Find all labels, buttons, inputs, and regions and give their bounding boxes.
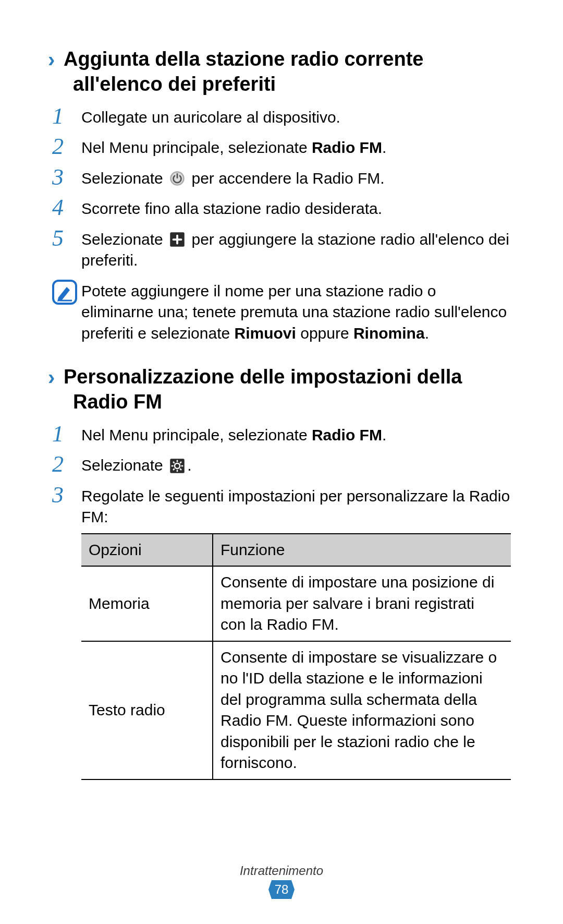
step: 3 Regolate le seguenti impostazioni per … bbox=[52, 483, 511, 780]
step: 5 Selezionate per aggiungere la stazione… bbox=[52, 226, 511, 271]
section2-heading-text: Personalizzazione delle impostazioni del… bbox=[64, 366, 462, 413]
page: ›Aggiunta della stazione radio corrente … bbox=[0, 0, 563, 924]
note-icon bbox=[52, 280, 81, 305]
plus-icon bbox=[169, 232, 185, 247]
step: 1 Nel Menu principale, selezionate Radio… bbox=[52, 422, 511, 447]
table-header-function: Funzione bbox=[213, 534, 511, 567]
power-icon bbox=[169, 171, 185, 186]
section1-heading-text: Aggiunta della stazione radio corrente a… bbox=[64, 48, 423, 95]
table-row: Testo radio Consente di impostare se vis… bbox=[81, 641, 511, 779]
step-number: 3 bbox=[52, 165, 81, 190]
step: 2 Nel Menu principale, selezionate Radio… bbox=[52, 134, 511, 159]
step-number: 1 bbox=[52, 104, 81, 129]
step: 1 Collegate un auricolare al dispositivo… bbox=[52, 104, 511, 129]
section1-heading: ›Aggiunta della stazione radio corrente … bbox=[52, 47, 511, 97]
footer-section-label: Intrattenimento bbox=[0, 863, 563, 878]
option-desc: Consente di impostare se visualizzare o … bbox=[213, 641, 511, 779]
option-name: Testo radio bbox=[81, 641, 213, 779]
step-number: 4 bbox=[52, 195, 81, 220]
step: 4 Scorrete fino alla stazione radio desi… bbox=[52, 195, 511, 220]
note: Potete aggiungere il nome per una stazio… bbox=[52, 280, 511, 344]
step: 2 Selezionate . bbox=[52, 452, 511, 477]
option-name: Memoria bbox=[81, 566, 213, 641]
step-text: Nel Menu principale, selezionate Radio F… bbox=[81, 134, 511, 159]
options-table: Opzioni Funzione Memoria Consente di imp… bbox=[81, 533, 511, 780]
step-text: Regolate le seguenti impostazioni per pe… bbox=[81, 483, 511, 780]
gear-icon bbox=[169, 458, 185, 474]
table-row: Memoria Consente di impostare una posizi… bbox=[81, 566, 511, 641]
note-text: Potete aggiungere il nome per una stazio… bbox=[81, 280, 511, 344]
step-text: Scorrete fino alla stazione radio deside… bbox=[81, 195, 511, 220]
step-number: 1 bbox=[52, 422, 81, 447]
page-number: 78 bbox=[268, 880, 295, 899]
section2-heading: ›Personalizzazione delle impostazioni de… bbox=[52, 365, 511, 414]
footer: Intrattenimento 78 bbox=[0, 863, 563, 899]
step-number: 2 bbox=[52, 134, 81, 159]
step-text: Nel Menu principale, selezionate Radio F… bbox=[81, 422, 511, 446]
step-number: 2 bbox=[52, 452, 81, 477]
section1-steps: 1 Collegate un auricolare al dispositivo… bbox=[52, 104, 511, 271]
step-text: Selezionate . bbox=[81, 452, 511, 476]
table-header-options: Opzioni bbox=[81, 534, 213, 567]
step-text: Selezionate per aggiungere la stazione r… bbox=[81, 226, 511, 271]
option-desc: Consente di impostare una posizione di m… bbox=[213, 566, 511, 641]
step-number: 5 bbox=[52, 226, 81, 251]
step-number: 3 bbox=[52, 483, 81, 508]
step-text: Selezionate per accendere la Radio FM. bbox=[81, 165, 511, 189]
section2-steps: 1 Nel Menu principale, selezionate Radio… bbox=[52, 422, 511, 780]
step-text: Collegate un auricolare al dispositivo. bbox=[81, 104, 511, 128]
step: 3 Selezionate per accendere la Radio FM. bbox=[52, 165, 511, 190]
